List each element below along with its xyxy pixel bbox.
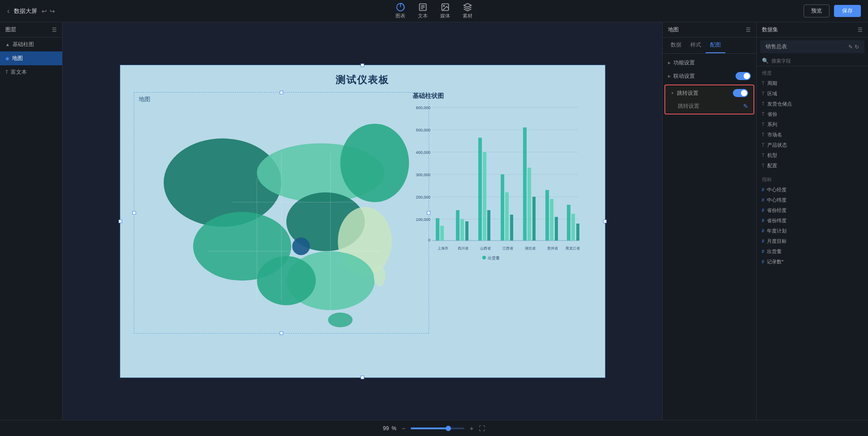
canvas-title: 测试仪表板	[120, 65, 605, 87]
jump-settings-item[interactable]: ▼ 跳转设置	[665, 86, 753, 100]
zoom-handle[interactable]	[446, 426, 451, 431]
zoom-slider[interactable]	[411, 428, 464, 429]
field-item-0[interactable]: T 周期	[757, 78, 868, 89]
zoom-slider-fill	[411, 428, 449, 429]
canvas-area[interactable]: 测试仪表板 地图	[63, 22, 662, 420]
svg-rect-50	[483, 152, 486, 241]
toolbar-material-label: 素材	[463, 13, 472, 19]
jump-sub-item[interactable]: 跳转设置 ✎	[665, 100, 753, 113]
indicator-item-1[interactable]: # 中心纬度	[757, 195, 868, 205]
save-button[interactable]: 保存	[834, 5, 861, 17]
indicator-item-6[interactable]: # 出货量	[757, 246, 868, 257]
top-bar-right: 预览 保存	[804, 4, 861, 17]
toolbar-media[interactable]: 媒体	[440, 3, 450, 19]
redo-icon[interactable]: ↪	[50, 8, 55, 15]
svg-text:600,000: 600,000	[416, 106, 430, 110]
bar-chart-svg: 600,000 500,000 400,000 300,000 200,000 …	[413, 103, 583, 264]
indicator-section: 指标 # 中心经度 # 中心纬度 # 省份经度 # 省份纬度	[757, 174, 868, 267]
fullscreen-icon[interactable]: ⛶	[479, 425, 485, 432]
tab-style[interactable]: 样式	[686, 38, 706, 53]
canvas-bg: 测试仪表板 地图	[120, 65, 605, 378]
layers-menu-icon[interactable]: ☰	[52, 27, 57, 33]
field-item-3[interactable]: T 省份	[757, 109, 868, 119]
svg-rect-52	[501, 174, 504, 241]
field-search-area: 🔍	[757, 56, 868, 66]
handle-bottom[interactable]	[361, 376, 364, 379]
svg-rect-44	[436, 218, 439, 241]
function-settings-item[interactable]: ▶ 功能设置	[663, 56, 756, 69]
handle-left[interactable]	[119, 220, 122, 223]
layer-text-label: 富文本	[11, 68, 27, 76]
layer-item-chart[interactable]: ▲ 基础柱图	[0, 38, 62, 51]
svg-point-16	[374, 265, 385, 286]
toolbar-text-label: 文本	[418, 13, 428, 19]
link-toggle[interactable]	[736, 72, 751, 80]
undo-icon[interactable]: ↩	[42, 8, 47, 15]
layer-item-map[interactable]: ◉ 地图	[0, 51, 62, 65]
svg-text:贵州省: 贵州省	[547, 246, 558, 250]
zoom-out-icon[interactable]: −	[402, 425, 405, 432]
layer-item-text[interactable]: T 富文本	[0, 65, 62, 79]
toolbar-chart[interactable]: 图表	[396, 3, 405, 19]
field-item-8[interactable]: T 配置	[757, 161, 868, 171]
dataset-controls: ☰	[858, 27, 863, 33]
toolbar-material[interactable]: 素材	[463, 3, 472, 19]
indicator-item-0[interactable]: # 中心经度	[757, 185, 868, 195]
map-section: 地图	[134, 92, 429, 334]
jump-edit-icon[interactable]: ✎	[743, 103, 748, 110]
jump-settings-highlight: ▼ 跳转设置 跳转设置 ✎	[664, 85, 754, 114]
toolbar-media-label: 媒体	[440, 13, 450, 19]
field-item-6[interactable]: T 产品状态	[757, 140, 868, 150]
jump-toggle[interactable]	[733, 89, 748, 97]
svg-rect-54	[510, 215, 513, 241]
chart-area: 600,000 500,000 400,000 300,000 200,000 …	[413, 103, 591, 273]
indicator-label-7: 记录数*	[767, 258, 783, 265]
tab-data[interactable]: 数据	[666, 38, 686, 53]
toolbar-chart-label: 图表	[396, 13, 405, 19]
field-item-1[interactable]: T 区域	[757, 89, 868, 99]
dataset-menu-icon[interactable]: ☰	[858, 27, 863, 33]
top-bar-left: ‹ 数据大屏 ↩ ↪	[7, 7, 97, 15]
field-item-2[interactable]: T 发货仓储点	[757, 99, 868, 109]
svg-rect-59	[550, 199, 553, 241]
link-settings-label: 联动设置	[673, 72, 695, 80]
field-item-7[interactable]: T 机型	[757, 150, 868, 161]
dataset-selector[interactable]: 销售总表 ✎ ↻	[760, 40, 864, 53]
tab-config[interactable]: 配图	[706, 38, 725, 53]
svg-rect-46	[456, 210, 460, 241]
svg-text:出货量: 出货量	[488, 256, 500, 260]
toolbar-text[interactable]: 文本	[418, 3, 428, 19]
field-label-0: 周期	[767, 80, 777, 87]
svg-rect-56	[528, 168, 531, 241]
indicator-item-2[interactable]: # 省份经度	[757, 205, 868, 216]
zoom-in-icon[interactable]: +	[470, 425, 473, 432]
field-item-4[interactable]: T 系列	[757, 119, 868, 130]
search-icon: 🔍	[762, 58, 769, 64]
layer-map-label: 地图	[12, 55, 23, 62]
preview-button[interactable]: 预览	[804, 4, 830, 17]
indicator-item-4[interactable]: # 年度计划	[757, 226, 868, 236]
svg-text:江西省: 江西省	[502, 246, 513, 250]
back-icon[interactable]: ‹	[7, 7, 9, 15]
chart-section: 基础柱状图 600,000 500,000 400,000 300,000 20…	[413, 92, 591, 289]
handle-right[interactable]	[603, 220, 607, 223]
svg-rect-57	[532, 197, 536, 241]
indicator-item-5[interactable]: # 月度目标	[757, 236, 868, 246]
dataset-refresh-icon[interactable]: ↻	[855, 44, 859, 50]
field-label-3: 省份	[767, 111, 777, 118]
indicator-item-7[interactable]: # 记录数*	[757, 257, 868, 267]
zoom-value: 99	[383, 425, 389, 432]
jump-toggle-knob	[741, 90, 747, 96]
layer-chart-icon: ▲	[5, 42, 10, 47]
field-search-input[interactable]	[771, 58, 863, 63]
dataset-edit-icon[interactable]: ✎	[848, 44, 853, 50]
indicator-item-3[interactable]: # 省份纬度	[757, 216, 868, 226]
handle-top[interactable]	[361, 63, 364, 67]
link-settings-item[interactable]: ▶ 联动设置	[663, 69, 756, 83]
map-handle-top[interactable]	[280, 91, 283, 94]
map-panel-menu-icon[interactable]: ☰	[746, 27, 751, 33]
svg-rect-53	[505, 192, 509, 241]
right-panels: 地图 ☰ 数据 样式 配图 ▶ 功能设置 ▶	[662, 22, 868, 420]
field-item-5[interactable]: T 市场名	[757, 130, 868, 140]
link-toggle-knob	[744, 73, 750, 79]
